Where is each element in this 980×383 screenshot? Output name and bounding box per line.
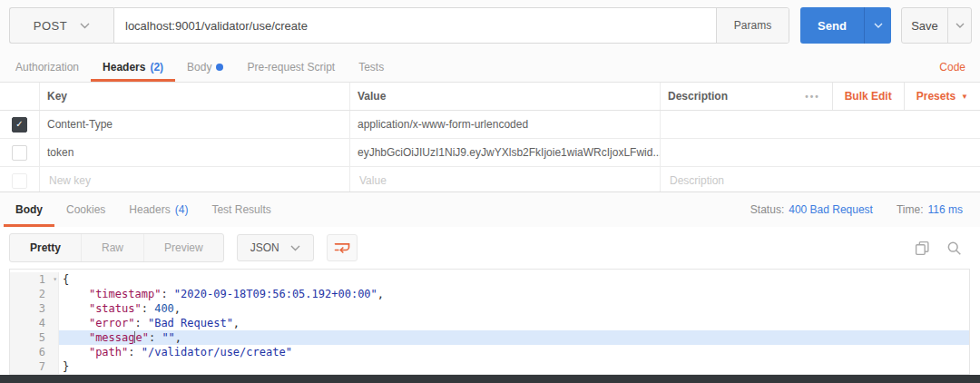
table-row: ✓ token eyJhbGciOiJIUzI1NiJ9.eyJwYXlsb2F…	[0, 139, 980, 167]
tab-label: Headers	[129, 203, 170, 216]
code-line: 2 "timestamp": "2020-09-18T09:56:05.192+…	[10, 287, 969, 301]
description-cell[interactable]	[661, 111, 980, 138]
time-label: Time:	[897, 203, 924, 216]
new-value-input[interactable]	[358, 173, 652, 188]
new-value-cell	[350, 167, 661, 194]
save-split-button: Save	[901, 7, 972, 44]
word-wrap-button[interactable]	[327, 234, 358, 261]
response-body-viewer[interactable]: 1▾{2 "timestamp": "2020-09-18T09:56:05.1…	[9, 269, 970, 375]
time-value: 116 ms	[928, 203, 963, 216]
new-description-input[interactable]	[668, 173, 980, 188]
format-label: JSON	[250, 241, 279, 254]
tab-label: Cookies	[66, 203, 105, 216]
checkbox-cell: ✓	[0, 167, 40, 194]
table-row: ✓ Content-Type application/x-www-form-ur…	[0, 111, 980, 139]
code-line: 1▾{	[10, 272, 969, 287]
code-line: 5 "message": "",	[10, 330, 969, 345]
view-pretty-button[interactable]: Pretty	[10, 234, 81, 261]
row-checkbox[interactable]: ✓	[12, 117, 27, 133]
time-badge: Time: 116 ms	[897, 203, 963, 216]
fold-caret-icon[interactable]: ▾	[53, 272, 57, 287]
view-mode-group: Pretty Raw Preview	[9, 233, 224, 262]
line-number: 3	[10, 301, 59, 316]
line-number: 6	[10, 345, 59, 359]
tab-authorization[interactable]: Authorization	[4, 52, 91, 82]
tab-cookies[interactable]: Cookies	[54, 192, 117, 227]
chevron-down-icon	[874, 23, 883, 28]
code-line: 3 "status": 400,	[10, 301, 969, 316]
new-key-cell	[40, 167, 350, 194]
tab-response-headers[interactable]: Headers (4)	[117, 192, 200, 227]
row-checkbox[interactable]: ✓	[12, 145, 27, 161]
caret-down-icon: ▼	[961, 93, 968, 101]
search-icon	[946, 241, 962, 256]
response-tools	[915, 241, 962, 256]
key-cell[interactable]: Content-Type	[40, 111, 350, 138]
tab-label: Body	[15, 203, 43, 216]
save-dropdown-button[interactable]	[947, 8, 971, 43]
view-preview-button[interactable]: Preview	[143, 234, 223, 261]
description-label: Description	[668, 90, 728, 103]
search-button[interactable]	[946, 241, 962, 256]
new-key-input[interactable]	[47, 173, 342, 188]
bulk-edit-button[interactable]: Bulk Edit	[832, 83, 904, 110]
checkbox-cell: ✓	[0, 111, 40, 138]
code-link[interactable]: Code	[936, 61, 969, 74]
status-label: Status:	[750, 203, 784, 216]
tab-response-body[interactable]: Body	[4, 192, 54, 227]
key-cell[interactable]: token	[40, 139, 350, 166]
params-button[interactable]: Params	[716, 8, 789, 43]
tab-label: Pre-request Script	[247, 61, 335, 74]
method-label: POST	[34, 19, 67, 33]
chevron-down-icon	[290, 245, 300, 251]
send-button[interactable]: Send	[800, 7, 864, 44]
request-tabs: Authorization Headers (2) Body Pre-reque…	[4, 52, 969, 82]
tab-body[interactable]: Body	[175, 52, 235, 82]
url-input[interactable]	[114, 8, 716, 43]
chevron-down-icon	[956, 23, 965, 28]
word-wrap-icon	[333, 240, 351, 256]
tab-label: Headers	[103, 61, 145, 74]
request-bar: POST Params Send Save	[9, 7, 972, 44]
presets-label: Presets	[916, 90, 956, 103]
headers-table: Key Value Description ••• Bulk Edit Pres…	[0, 82, 980, 194]
url-group: Params	[113, 7, 789, 44]
send-dropdown-button[interactable]	[864, 7, 891, 44]
code-lines: 1▾{2 "timestamp": "2020-09-18T09:56:05.1…	[10, 270, 969, 374]
checkbox-cell: ✓	[0, 139, 40, 166]
column-header-value: Value	[350, 83, 661, 110]
footer-bar	[0, 375, 980, 383]
line-number: 4	[10, 316, 59, 330]
tab-headers[interactable]: Headers (2)	[91, 52, 175, 82]
tab-prerequest-script[interactable]: Pre-request Script	[235, 52, 347, 82]
line-number: 7	[10, 359, 59, 374]
check-icon: ✓	[15, 120, 23, 129]
table-header-row: Key Value Description ••• Bulk Edit Pres…	[0, 82, 980, 111]
value-cell[interactable]: eyJhbGciOiJIUzI1NiJ9.eyJwYXlsb2FkIjoie1w…	[350, 139, 661, 166]
more-options-icon[interactable]: •••	[793, 83, 832, 110]
description-cell[interactable]	[661, 139, 980, 166]
tab-test-results[interactable]: Test Results	[200, 192, 282, 227]
copy-button[interactable]	[915, 241, 930, 256]
tab-label: Body	[187, 61, 211, 74]
tab-tests[interactable]: Tests	[347, 52, 396, 82]
status-value: 400 Bad Request	[789, 203, 873, 216]
code-line: 7}	[10, 359, 969, 374]
chevron-down-icon	[80, 23, 90, 29]
response-header: Body Cookies Headers (4) Test Results St…	[0, 192, 980, 227]
value-cell[interactable]: application/x-www-form-urlencoded	[350, 111, 661, 138]
headers-count-badge: (2)	[150, 61, 163, 74]
line-number: 5	[10, 330, 59, 345]
view-raw-button[interactable]: Raw	[81, 234, 143, 261]
line-number: 2	[10, 287, 59, 301]
row-checkbox[interactable]: ✓	[12, 173, 27, 189]
response-toolbar: Pretty Raw Preview JSON	[0, 227, 980, 269]
presets-button[interactable]: Presets ▼	[904, 83, 980, 110]
save-button[interactable]: Save	[902, 8, 947, 43]
tab-label: Test Results	[211, 203, 270, 216]
status-badge: Status: 400 Bad Request	[750, 203, 873, 216]
tab-label: Tests	[358, 61, 384, 74]
format-select[interactable]: JSON	[237, 234, 314, 261]
response-headers-count-badge: (4)	[175, 203, 189, 216]
method-select[interactable]: POST	[9, 7, 113, 44]
